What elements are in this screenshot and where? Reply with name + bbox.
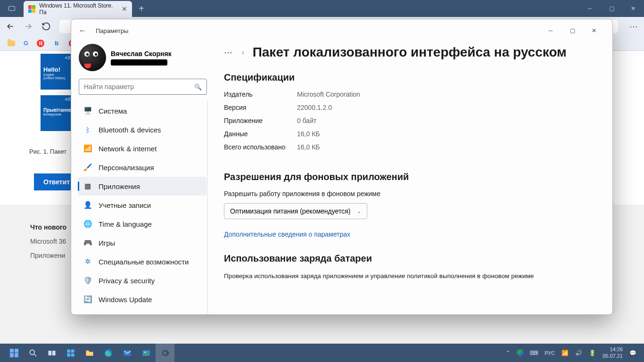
user-profile[interactable]: Вячеслав Скорняк [78, 42, 208, 78]
bookmark-google[interactable]: G [24, 40, 28, 47]
nav-update[interactable]: 🔄Windows Update [78, 290, 206, 309]
svg-rect-2 [52, 351, 56, 355]
security-icon[interactable] [517, 349, 523, 357]
volume-tray-icon[interactable]: 🔊 [575, 350, 582, 356]
tab-overview-button[interactable] [0, 6, 24, 11]
browser-tab[interactable]: Windows 11. Microsoft Store. Па ✕ [24, 1, 132, 17]
search-input[interactable] [84, 83, 194, 90]
brush-icon: 🖌️ [83, 163, 92, 172]
bg-label: Разрешить работу приложения в фоновом ре… [224, 190, 598, 197]
browser-close-button[interactable]: ✕ [622, 0, 644, 17]
notifications-icon[interactable]: 💬 [629, 350, 636, 356]
spec-row: Приложение0 байт [224, 117, 598, 124]
chevron-down-icon: ⌄ [357, 208, 361, 214]
globe-icon: 🌐 [83, 220, 92, 228]
ms-store-icon [28, 5, 35, 13]
reload-button[interactable] [41, 22, 51, 31]
nav-apps[interactable]: ▦Приложения [78, 177, 206, 196]
settings-window: ← Параметры ─ ▢ ✕ Вячеслав Скорняк 🔍 🖥️С… [71, 19, 613, 315]
nav-privacy[interactable]: 🛡️Privacy & security [78, 271, 206, 290]
task-view-button[interactable] [42, 344, 61, 362]
svg-rect-6 [71, 353, 74, 356]
lang-tile-english[interactable]: A文 Hello! English (United States) [41, 54, 74, 90]
gamepad-icon: 🎮 [83, 239, 92, 247]
browser-minimize-button[interactable]: ─ [579, 0, 601, 17]
user-name: Вячеслав Скорняк [111, 50, 172, 58]
figure-caption: Рис. 1. Пакет [29, 148, 66, 155]
keyboard-icon[interactable]: ⌨ [530, 350, 538, 356]
wifi-tray-icon[interactable]: 📶 [561, 350, 569, 356]
nav-gaming[interactable]: 🎮Игры [78, 233, 206, 252]
bookmark-bing[interactable]: b [53, 40, 60, 47]
bg-mode-dropdown[interactable]: Оптимизация питания (рекомендуется) ⌄ [224, 203, 367, 219]
settings-search[interactable]: 🔍 [79, 79, 207, 95]
svg-rect-3 [67, 349, 71, 353]
settings-content: ⋯ › Пакет локализованного интерфейса на … [213, 42, 612, 314]
settings-back-button[interactable]: ← [79, 26, 86, 35]
svg-rect-1 [49, 351, 52, 355]
battery-tray-icon[interactable]: 🔋 [589, 350, 596, 356]
spec-row: Всего использовано16,0 КБ [224, 143, 598, 151]
browser-menu-button[interactable]: ⋯ [629, 21, 638, 32]
bookmark-yandex[interactable]: Я [37, 40, 44, 47]
search-button[interactable] [24, 344, 42, 362]
taskbar-app-photos[interactable] [137, 344, 156, 362]
nav-forward-button[interactable] [24, 22, 33, 31]
spec-row: ИздательMicrosoft Corporation [224, 90, 598, 98]
settings-title: Параметры [96, 27, 128, 34]
nav-personalization[interactable]: 🖌️Персонализация [78, 158, 206, 177]
nav-system[interactable]: 🖥️Система [78, 101, 206, 120]
browser-titlebar: Windows 11. Microsoft Store. Па ✕ + ─ ▢ … [0, 0, 644, 17]
nav-time[interactable]: 🌐Time & language [78, 214, 206, 233]
clock[interactable]: 14:26 05.07.21 [603, 346, 623, 360]
user-email-redacted [111, 59, 167, 66]
taskbar-app-settings[interactable] [156, 344, 174, 362]
lang-tile-belarusian[interactable]: A文 Прывітанне Беларуская [41, 95, 74, 131]
start-button[interactable] [5, 344, 24, 362]
nav-accessibility[interactable]: ✲Специальные возможности [78, 252, 206, 271]
more-info-link[interactable]: Дополнительные сведения о параметрах [224, 230, 598, 238]
close-tab-icon[interactable]: ✕ [122, 5, 127, 13]
nav-back-button[interactable] [6, 22, 15, 31]
spec-heading: Спецификации [224, 72, 598, 83]
tray-chevron-icon[interactable]: ⌃ [506, 350, 510, 356]
battery-desc: Проверка использования заряда приложение… [224, 272, 598, 281]
update-icon: 🔄 [83, 295, 92, 304]
wifi-icon: 📶 [83, 144, 92, 153]
svg-point-10 [144, 351, 146, 353]
browser-maximize-button[interactable]: ▢ [601, 0, 622, 17]
taskbar: ⌃ ⌨ РУС 📶 🔊 🔋 14:26 05.07.21 💬 [0, 344, 644, 362]
spec-row: Данные16,0 КБ [224, 130, 598, 138]
svg-rect-5 [67, 353, 71, 356]
svg-rect-4 [71, 349, 74, 353]
system-tray: ⌃ ⌨ РУС 📶 🔊 🔋 14:26 05.07.21 💬 [506, 346, 639, 360]
breadcrumb: ⋯ › Пакет локализованного интерфейса на … [224, 45, 598, 60]
taskbar-app-mail[interactable] [118, 344, 137, 362]
person-icon: 👤 [83, 201, 92, 209]
shield-icon: 🛡️ [83, 276, 92, 285]
settings-minimize-button[interactable]: ─ [540, 23, 561, 38]
search-icon: 🔍 [194, 83, 202, 90]
bookmark-folder-icon[interactable] [8, 41, 15, 46]
breadcrumb-more-icon[interactable]: ⋯ [224, 47, 233, 58]
settings-close-button[interactable]: ✕ [583, 23, 605, 38]
taskbar-app-edge[interactable] [99, 344, 118, 362]
svg-point-0 [30, 350, 34, 354]
nav-accounts[interactable]: 👤Учетные записи [78, 196, 206, 214]
settings-sidebar: Вячеслав Скорняк 🔍 🖥️Система ᛒBluetooth … [71, 42, 213, 314]
settings-titlebar: ← Параметры ─ ▢ ✕ [71, 19, 612, 42]
bluetooth-icon: ᛒ [83, 125, 92, 134]
language-indicator[interactable]: РУС [545, 350, 555, 356]
nav-network[interactable]: 📶Network & internet [78, 139, 206, 158]
system-icon: 🖥️ [83, 107, 92, 115]
taskbar-app-explorer[interactable] [80, 344, 99, 362]
spec-row: Версия22000.1.2.0 [224, 104, 598, 111]
chevron-right-icon: › [242, 49, 244, 56]
new-tab-button[interactable]: + [132, 3, 151, 14]
settings-maximize-button[interactable]: ▢ [561, 23, 583, 38]
nav-bluetooth[interactable]: ᛒBluetooth & devices [78, 120, 206, 139]
taskbar-app-widgets[interactable] [61, 344, 80, 362]
page-title: Пакет локализованного интерфейса на русс… [253, 45, 567, 60]
avatar [79, 44, 106, 71]
svg-rect-8 [124, 350, 131, 356]
